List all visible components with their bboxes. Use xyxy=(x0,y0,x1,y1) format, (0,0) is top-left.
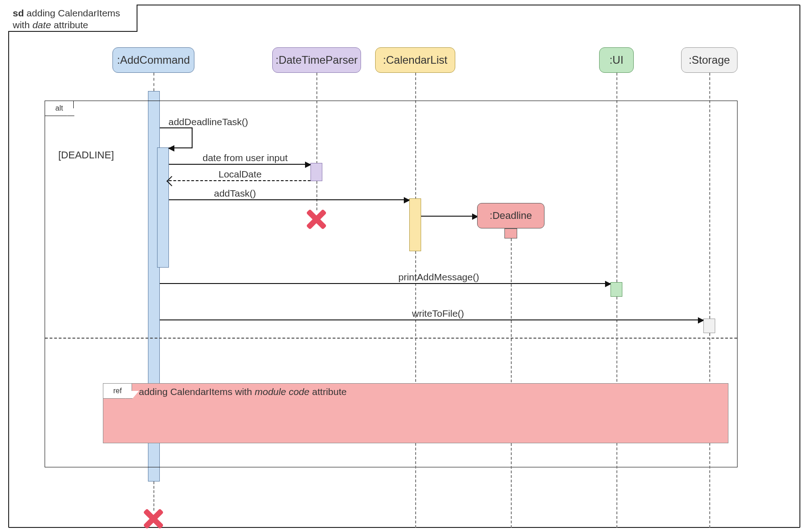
sd-title-line2-italic: date xyxy=(32,20,51,30)
lifeline-head-datetimeparser: :DateTimeParser xyxy=(272,47,361,73)
ref-frame-label: ref xyxy=(103,384,132,399)
activation-ui xyxy=(611,282,622,297)
lifeline-head-ui: :UI xyxy=(599,47,634,73)
created-stem-deadline xyxy=(504,228,517,238)
destroy-icon-datetimeparser xyxy=(306,209,326,229)
activation-calendarlist xyxy=(409,198,421,251)
ref-text: adding CalendarItems with module code at… xyxy=(139,386,346,397)
lifeline-head-calendarlist: :CalendarList xyxy=(375,47,455,73)
alt-frame-label: alt xyxy=(45,101,74,116)
lifeline-addcommand xyxy=(153,73,154,91)
selfcall-top xyxy=(160,127,192,128)
lifeline-datetimeparser-tail xyxy=(316,181,317,210)
lifeline-head-storage: :Storage xyxy=(681,47,738,73)
sd-title-line2-prefix: with xyxy=(13,20,32,30)
msg-label-return-localdate: LocalDate xyxy=(219,169,262,180)
msg-return-localdate xyxy=(169,180,310,181)
ref-frame: ref adding CalendarItems with module cod… xyxy=(103,383,728,443)
destroy-icon-addcommand xyxy=(143,509,163,529)
msg-create-deadline xyxy=(421,216,478,217)
sd-frame-title-tab: sd adding CalendarItems with date attrib… xyxy=(8,5,137,32)
msg-addtask xyxy=(169,199,409,200)
sequence-diagram: sd adding CalendarItems with date attrib… xyxy=(0,0,809,532)
activation-datetimeparser xyxy=(310,163,322,181)
selfcall-bottom xyxy=(169,147,193,148)
selfcall-side xyxy=(192,127,193,147)
msg-label-to-parser: date from user input xyxy=(203,152,288,163)
msg-writefile xyxy=(160,319,703,320)
sd-title-line1: adding CalendarItems xyxy=(26,8,120,18)
msg-printadd xyxy=(160,283,611,284)
created-head-deadline: :Deadline xyxy=(477,203,544,228)
activation-storage xyxy=(703,319,715,333)
sd-prefix: sd xyxy=(13,8,24,18)
lifeline-addcommand-tail xyxy=(153,481,154,511)
msg-label-writefile: writeToFile() xyxy=(412,308,464,319)
alt-divider xyxy=(45,338,737,339)
lifeline-head-addcommand: :AddCommand xyxy=(112,47,194,73)
msg-label-printadd: printAddMessage() xyxy=(398,272,479,283)
sd-title-line2-suffix: attribute xyxy=(51,20,88,30)
msg-to-parser xyxy=(169,164,310,165)
msg-label-selfcall: addDeadlineTask() xyxy=(168,117,248,127)
alt-guard: [DEADLINE] xyxy=(58,149,114,161)
msg-label-addtask: addTask() xyxy=(214,188,256,199)
